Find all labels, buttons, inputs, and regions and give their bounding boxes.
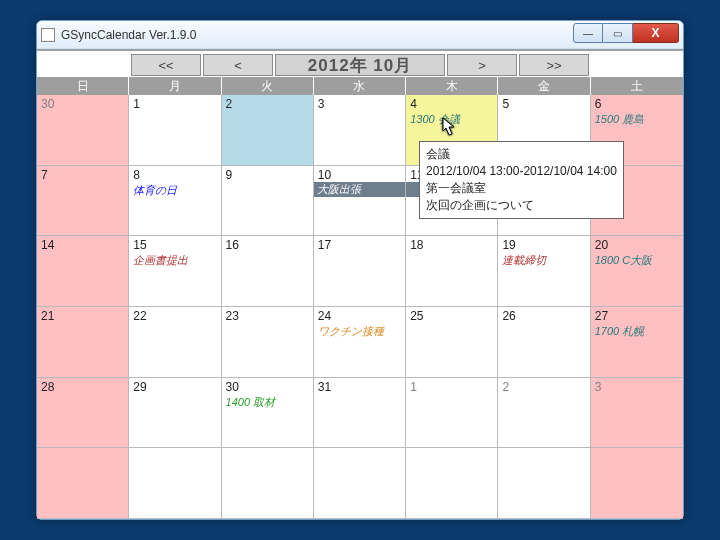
calendar-cell[interactable]: 22 xyxy=(129,307,221,378)
calendar-event[interactable]: 連載締切 xyxy=(502,253,585,267)
window-buttons: — ▭ X xyxy=(573,23,679,43)
calendar-cell[interactable]: 25 xyxy=(406,307,498,378)
calendar-cell[interactable]: 31 xyxy=(314,378,406,449)
day-number: 3 xyxy=(595,380,679,394)
calendar-cell[interactable]: 7 xyxy=(37,166,129,237)
calendar-event[interactable]: ワクチン接種 xyxy=(318,324,401,338)
day-number: 27 xyxy=(595,309,679,323)
maximize-button[interactable]: ▭ xyxy=(603,23,633,43)
calendar-cell[interactable]: 16 xyxy=(222,236,314,307)
nav-next-button[interactable]: > xyxy=(447,54,517,76)
day-number: 2 xyxy=(502,380,585,394)
tooltip-line: 会議 xyxy=(426,146,617,163)
day-number: 5 xyxy=(502,97,585,111)
calendar-cell[interactable] xyxy=(591,448,683,519)
day-number: 3 xyxy=(318,97,401,111)
close-button[interactable]: X xyxy=(633,23,679,43)
day-number: 17 xyxy=(318,238,401,252)
calendar-cell[interactable]: 201800 C大阪 xyxy=(591,236,683,307)
calendar-cell[interactable]: 2 xyxy=(498,378,590,449)
nav-last-button[interactable]: >> xyxy=(519,54,589,76)
calendar-cell[interactable]: 29 xyxy=(129,378,221,449)
calendar-cell[interactable]: 1 xyxy=(406,378,498,449)
dow-thu: 木 xyxy=(406,77,498,95)
event-tooltip: 会議 2012/10/04 13:00-2012/10/04 14:00 第一会… xyxy=(419,141,624,219)
day-number: 6 xyxy=(595,97,679,111)
dow-wed: 水 xyxy=(314,77,406,95)
calendar-cell[interactable]: 17 xyxy=(314,236,406,307)
calendar-cell[interactable]: 26 xyxy=(498,307,590,378)
calendar-event[interactable]: 1500 鹿島 xyxy=(595,112,679,126)
day-number: 15 xyxy=(133,238,216,252)
day-number: 30 xyxy=(226,380,309,394)
app-icon xyxy=(41,28,55,42)
calendar-event[interactable]: 1800 C大阪 xyxy=(595,253,679,267)
calendar-event[interactable]: 1700 札幌 xyxy=(595,324,679,338)
day-number: 21 xyxy=(41,309,124,323)
day-of-week-header: 日 月 火 水 木 金 土 xyxy=(37,77,683,95)
day-number: 1 xyxy=(410,380,493,394)
calendar-cell[interactable] xyxy=(129,448,221,519)
month-label[interactable]: 2012年 10月 xyxy=(275,54,445,76)
calendar-cell[interactable] xyxy=(37,448,129,519)
calendar-cell[interactable]: 3 xyxy=(314,95,406,166)
calendar-cell[interactable]: 2 xyxy=(222,95,314,166)
nav-first-button[interactable]: << xyxy=(131,54,201,76)
day-number: 22 xyxy=(133,309,216,323)
day-number: 18 xyxy=(410,238,493,252)
day-number: 9 xyxy=(226,168,309,182)
day-number: 30 xyxy=(41,97,124,111)
day-number: 16 xyxy=(226,238,309,252)
dow-sat: 土 xyxy=(591,77,683,95)
day-number: 2 xyxy=(226,97,309,111)
calendar-cell[interactable] xyxy=(498,448,590,519)
calendar-cell[interactable]: 28 xyxy=(37,378,129,449)
calendar-event[interactable]: 1400 取材 xyxy=(226,395,309,409)
day-number: 19 xyxy=(502,238,585,252)
day-number: 14 xyxy=(41,238,124,252)
day-number: 24 xyxy=(318,309,401,323)
day-number: 29 xyxy=(133,380,216,394)
day-number: 23 xyxy=(226,309,309,323)
calendar-cell[interactable]: 3 xyxy=(591,378,683,449)
day-number: 7 xyxy=(41,168,124,182)
calendar-cell[interactable]: 24ワクチン接種 xyxy=(314,307,406,378)
calendar-event[interactable]: 企画書提出 xyxy=(133,253,216,267)
calendar-cell[interactable]: 15企画書提出 xyxy=(129,236,221,307)
day-number: 4 xyxy=(410,97,493,111)
minimize-button[interactable]: — xyxy=(573,23,603,43)
calendar-cell[interactable]: 21 xyxy=(37,307,129,378)
calendar-cell[interactable]: 30 xyxy=(37,95,129,166)
app-window: GSyncCalendar Ver.1.9.0 — ▭ X << < 2012年… xyxy=(36,20,684,520)
day-number: 1 xyxy=(133,97,216,111)
calendar-event[interactable]: 1300 会議 xyxy=(410,112,493,126)
calendar-cell[interactable] xyxy=(222,448,314,519)
day-number: 25 xyxy=(410,309,493,323)
multi-day-event[interactable]: 大阪出張 xyxy=(314,182,405,197)
calendar-event[interactable]: 体育の日 xyxy=(133,183,216,197)
dow-fri: 金 xyxy=(498,77,590,95)
dow-tue: 火 xyxy=(222,77,314,95)
dow-sun: 日 xyxy=(37,77,129,95)
calendar-cell[interactable]: 271700 札幌 xyxy=(591,307,683,378)
calendar-cell[interactable] xyxy=(406,448,498,519)
day-number: 28 xyxy=(41,380,124,394)
calendar-cell[interactable]: 23 xyxy=(222,307,314,378)
calendar-cell[interactable]: 8体育の日 xyxy=(129,166,221,237)
day-number: 20 xyxy=(595,238,679,252)
calendar-cell[interactable]: 301400 取材 xyxy=(222,378,314,449)
calendar-cell[interactable] xyxy=(314,448,406,519)
window-titlebar[interactable]: GSyncCalendar Ver.1.9.0 — ▭ X xyxy=(37,21,683,49)
day-number: 31 xyxy=(318,380,401,394)
calendar-cell[interactable]: 10大阪出張 xyxy=(314,166,406,237)
calendar-cell[interactable]: 14 xyxy=(37,236,129,307)
window-title: GSyncCalendar Ver.1.9.0 xyxy=(61,28,196,42)
calendar-cell[interactable]: 9 xyxy=(222,166,314,237)
calendar-cell[interactable]: 18 xyxy=(406,236,498,307)
calendar-cell[interactable]: 19連載締切 xyxy=(498,236,590,307)
nav-prev-button[interactable]: < xyxy=(203,54,273,76)
day-number: 10 xyxy=(318,168,401,182)
calendar-cell[interactable]: 1 xyxy=(129,95,221,166)
calendar-nav: << < 2012年 10月 > >> xyxy=(37,49,683,77)
tooltip-line: 2012/10/04 13:00-2012/10/04 14:00 xyxy=(426,163,617,180)
